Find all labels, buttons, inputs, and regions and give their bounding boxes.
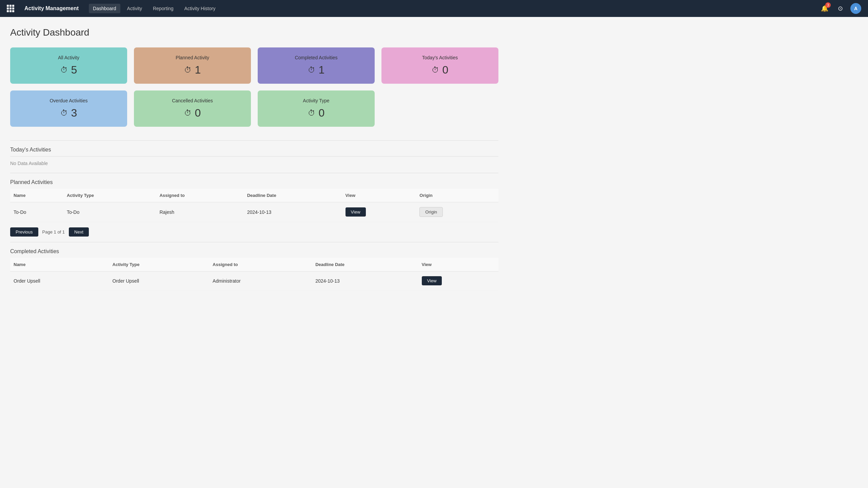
clock-icon-all: ⏱ xyxy=(60,66,68,75)
completed-table-header-row: Name Activity Type Assigned to Deadline … xyxy=(10,258,498,271)
planned-row-activity-type: To-Do xyxy=(63,202,156,222)
stat-todays-value-row: ⏱ 0 xyxy=(432,64,449,76)
stat-todays-number: 0 xyxy=(442,64,449,76)
stat-planned-activity[interactable]: Planned Activity ⏱ 1 xyxy=(134,47,251,84)
stat-activity-type-value-row: ⏱ 0 xyxy=(308,107,325,119)
completed-col-view: View xyxy=(418,258,498,271)
stat-cancelled-label: Cancelled Activities xyxy=(172,98,213,103)
page-title: Activity Dashboard xyxy=(10,27,498,38)
stat-completed-label: Completed Activities xyxy=(295,55,337,60)
completed-row-activity-type: Order Upsell xyxy=(109,271,210,290)
clock-icon-completed: ⏱ xyxy=(308,66,315,75)
completed-table-row: Order Upsell Order Upsell Administrator … xyxy=(10,271,498,290)
stats-row-1: All Activity ⏱ 5 Planned Activity ⏱ 1 Co… xyxy=(10,47,498,84)
navbar-right: 🔔 3 ⊙ A xyxy=(819,3,861,14)
stat-activity-type-number: 0 xyxy=(319,107,325,119)
stat-cancelled-activity[interactable]: Cancelled Activities ⏱ 0 xyxy=(134,90,251,127)
planned-row-origin-cell: Origin xyxy=(416,202,498,222)
stat-cancelled-value-row: ⏱ 0 xyxy=(184,107,201,119)
app-name: Activity Management xyxy=(24,5,79,12)
clock-icon-planned: ⏱ xyxy=(184,66,192,75)
completed-view-button[interactable]: View xyxy=(422,276,442,285)
stat-empty xyxy=(381,90,498,127)
planned-view-button[interactable]: View xyxy=(346,207,366,217)
main-content: Activity Dashboard All Activity ⏱ 5 Plan… xyxy=(0,17,509,301)
stat-activity-type-label: Activity Type xyxy=(303,98,329,103)
stat-planned-label: Planned Activity xyxy=(176,55,209,60)
nav-activity[interactable]: Activity xyxy=(123,4,146,13)
planned-row-name: To-Do xyxy=(10,202,63,222)
completed-row-deadline: 2024-10-13 xyxy=(312,271,418,290)
stat-planned-number: 1 xyxy=(195,64,201,76)
planned-col-deadline: Deadline Date xyxy=(244,189,342,202)
stat-overdue-value-row: ⏱ 3 xyxy=(60,107,77,119)
stat-all-activity[interactable]: All Activity ⏱ 5 xyxy=(10,47,127,84)
stat-activity-type[interactable]: Activity Type ⏱ 0 xyxy=(258,90,375,127)
stat-completed-number: 1 xyxy=(319,64,325,76)
clock-icon-todays: ⏱ xyxy=(432,66,439,75)
planned-origin-button[interactable]: Origin xyxy=(419,207,443,217)
planned-col-assigned-to: Assigned to xyxy=(156,189,243,202)
completed-activities-table: Name Activity Type Assigned to Deadline … xyxy=(10,258,498,290)
completed-activities-header: Completed Activities xyxy=(10,242,498,258)
stat-cancelled-number: 0 xyxy=(195,107,201,119)
planned-col-view: View xyxy=(342,189,416,202)
completed-col-deadline: Deadline Date xyxy=(312,258,418,271)
stat-overdue-number: 3 xyxy=(71,107,77,119)
grid-icon[interactable] xyxy=(7,5,14,12)
stat-all-activity-value-row: ⏱ 5 xyxy=(60,64,77,76)
completed-col-name: Name xyxy=(10,258,109,271)
stats-row-2: Overdue Activities ⏱ 3 Cancelled Activit… xyxy=(10,90,498,127)
pagination-info: Page 1 of 1 xyxy=(42,229,65,235)
stat-overdue-label: Overdue Activities xyxy=(50,98,87,103)
completed-row-assigned-to: Administrator xyxy=(209,271,312,290)
nav-dashboard[interactable]: Dashboard xyxy=(89,4,120,13)
planned-row-deadline: 2024-10-13 xyxy=(244,202,342,222)
planned-activities-header: Planned Activities xyxy=(10,173,498,189)
planned-col-origin: Origin xyxy=(416,189,498,202)
planned-col-activity-type: Activity Type xyxy=(63,189,156,202)
planned-col-name: Name xyxy=(10,189,63,202)
stat-planned-value-row: ⏱ 1 xyxy=(184,64,201,76)
stat-completed-activity[interactable]: Completed Activities ⏱ 1 xyxy=(258,47,375,84)
planned-row-view-cell: View xyxy=(342,202,416,222)
completed-row-name: Order Upsell xyxy=(10,271,109,290)
stat-all-activity-number: 5 xyxy=(71,64,77,76)
planned-table-row: To-Do To-Do Rajesh 2024-10-13 View Origi… xyxy=(10,202,498,222)
stat-completed-value-row: ⏱ 1 xyxy=(308,64,325,76)
clock-icon-cancelled: ⏱ xyxy=(184,109,192,118)
stat-all-activity-label: All Activity xyxy=(58,55,79,60)
notification-button[interactable]: 🔔 3 xyxy=(819,3,830,14)
completed-col-activity-type: Activity Type xyxy=(109,258,210,271)
nav-links: Dashboard Activity Reporting Activity Hi… xyxy=(89,4,219,13)
stat-overdue-activity[interactable]: Overdue Activities ⏱ 3 xyxy=(10,90,127,127)
navbar: Activity Management Dashboard Activity R… xyxy=(0,0,868,17)
help-button[interactable]: ⊙ xyxy=(835,3,846,14)
next-button[interactable]: Next xyxy=(69,227,89,237)
planned-activities-table: Name Activity Type Assigned to Deadline … xyxy=(10,189,498,222)
no-data-message: No Data Available xyxy=(10,157,498,173)
notification-badge: 3 xyxy=(825,2,831,8)
planned-row-assigned-to: Rajesh xyxy=(156,202,243,222)
completed-col-assigned-to: Assigned to xyxy=(209,258,312,271)
nav-activity-history[interactable]: Activity History xyxy=(180,4,220,13)
clock-icon-overdue: ⏱ xyxy=(60,109,68,118)
planned-table-header-row: Name Activity Type Assigned to Deadline … xyxy=(10,189,498,202)
clock-icon-activity-type: ⏱ xyxy=(308,109,315,118)
nav-reporting[interactable]: Reporting xyxy=(149,4,178,13)
stat-todays-activity[interactable]: Today's Activities ⏱ 0 xyxy=(381,47,498,84)
pagination: Previous Page 1 of 1 Next xyxy=(10,222,498,242)
previous-button[interactable]: Previous xyxy=(10,227,38,237)
user-avatar[interactable]: A xyxy=(850,3,861,14)
completed-row-view-cell: View xyxy=(418,271,498,290)
stat-todays-label: Today's Activities xyxy=(422,55,458,60)
todays-activities-header: Today's Activities xyxy=(10,141,498,156)
help-icon: ⊙ xyxy=(838,5,843,12)
